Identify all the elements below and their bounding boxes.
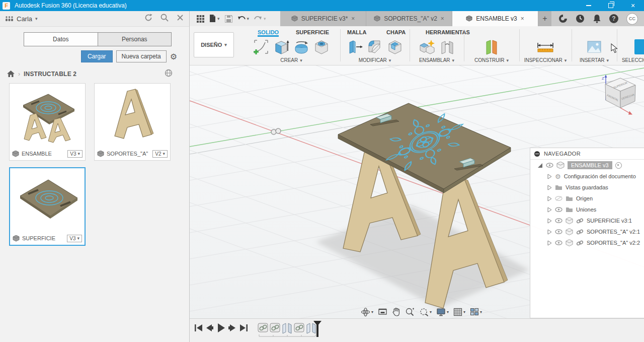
activate-component-icon[interactable] xyxy=(615,162,622,169)
visibility-eye-icon[interactable] xyxy=(555,240,562,245)
construct-plane-icon[interactable] xyxy=(482,38,501,56)
document-card-ensamble[interactable]: ENSAMBLE V3▾ xyxy=(9,83,86,161)
tree-row-saved-views[interactable]: Vistas guardadas xyxy=(530,182,644,193)
tree-row-soportes-2[interactable]: SOPORTES_"A" v2:2 xyxy=(530,237,644,248)
help-icon[interactable]: ? xyxy=(609,14,618,23)
play-button[interactable] xyxy=(218,323,225,332)
close-tab-icon[interactable]: × xyxy=(351,15,355,22)
app-grid-icon[interactable] xyxy=(197,15,204,23)
ribbon-tab-chapa[interactable]: CHAPA xyxy=(386,26,406,35)
tree-row-root[interactable]: ENSAMBLE v3 xyxy=(530,160,644,171)
breadcrumb-folder[interactable]: INSTRUCTABLE 2 xyxy=(24,71,76,78)
team-selector[interactable]: Carla ▾ xyxy=(5,15,38,23)
ribbon-tab-solido[interactable]: SOLIDO xyxy=(258,26,279,37)
group-dropdown[interactable]: SELECCIONAR▾ xyxy=(622,57,644,64)
group-dropdown[interactable]: CREAR▾ xyxy=(280,57,302,64)
timeline-feature-component-1[interactable] xyxy=(258,323,268,332)
group-dropdown[interactable]: INSPECCIONAR▾ xyxy=(524,57,567,64)
version-dropdown[interactable]: V3▾ xyxy=(67,150,83,158)
expand-arrow-icon[interactable] xyxy=(547,218,552,224)
close-tab-icon[interactable]: × xyxy=(441,15,444,22)
pan-button[interactable] xyxy=(390,307,402,316)
timeline-feature-component-2[interactable] xyxy=(270,323,280,332)
tree-row-superficie[interactable]: SUPERFICIE v3:1 xyxy=(530,215,644,226)
display-settings-button[interactable]: ▾ xyxy=(435,308,450,316)
visibility-eye-icon[interactable] xyxy=(555,229,562,234)
version-dropdown[interactable]: V3▾ xyxy=(67,235,82,242)
measure-icon[interactable] xyxy=(535,38,555,56)
shell-icon[interactable] xyxy=(386,38,404,56)
user-avatar[interactable]: CC xyxy=(626,13,638,25)
tree-row-doc-settings[interactable]: ⚙ Configuración del documento xyxy=(530,171,644,182)
visibility-hidden-eye-icon[interactable] xyxy=(555,196,562,201)
fillet-icon[interactable] xyxy=(366,38,384,56)
origin-indicator[interactable] xyxy=(271,128,281,134)
undo-button[interactable]: ▾ xyxy=(237,15,250,22)
expand-arrow-icon[interactable] xyxy=(547,174,552,179)
version-dropdown[interactable]: V2▾ xyxy=(152,150,168,158)
root-component-label[interactable]: ENSAMBLE v3 xyxy=(568,161,612,169)
revolve-icon[interactable] xyxy=(292,38,310,56)
search-icon[interactable] xyxy=(160,13,169,22)
ribbon-tab-superficie[interactable]: SUPERFICIE xyxy=(296,26,329,35)
orbit-button[interactable]: ▾ xyxy=(359,307,375,317)
zoom-button[interactable] xyxy=(404,307,416,316)
home-icon[interactable] xyxy=(7,71,15,78)
expand-arrow-icon[interactable] xyxy=(537,163,543,168)
doc-tab-superficie[interactable]: SUPERFICIE v3* × xyxy=(280,11,366,26)
group-dropdown[interactable]: ENSAMBLAR▾ xyxy=(419,57,454,64)
group-dropdown[interactable]: MODIFICAR▾ xyxy=(359,57,391,64)
notifications-bell-icon[interactable] xyxy=(593,14,601,23)
doc-tab-soportes[interactable]: SOPORTES_"A" v2 × xyxy=(366,11,452,26)
close-tab-icon[interactable]: × xyxy=(521,15,524,22)
look-at-button[interactable] xyxy=(376,308,389,316)
globe-icon[interactable] xyxy=(165,69,173,78)
select-icon[interactable] xyxy=(633,38,644,55)
create-sketch-icon[interactable] xyxy=(252,38,270,56)
group-dropdown[interactable]: CONSTRUIR▾ xyxy=(474,57,509,64)
timeline-feature-component-3[interactable] xyxy=(294,323,304,332)
visibility-eye-icon[interactable] xyxy=(546,163,553,168)
extrude-icon[interactable] xyxy=(272,38,290,56)
hole-icon[interactable] xyxy=(312,38,331,56)
joint-icon[interactable] xyxy=(439,38,456,56)
gear-icon[interactable]: ⚙ xyxy=(170,52,177,61)
visibility-eye-icon[interactable] xyxy=(555,207,562,212)
expand-arrow-icon[interactable] xyxy=(547,185,552,190)
step-forward-button[interactable] xyxy=(228,324,235,331)
tree-row-joints[interactable]: Uniones xyxy=(530,204,644,215)
tree-row-origin[interactable]: Origen xyxy=(530,193,644,204)
new-tab-button[interactable]: + xyxy=(538,11,551,26)
expand-arrow-icon[interactable] xyxy=(547,207,552,213)
press-pull-icon[interactable] xyxy=(346,38,364,56)
expand-arrow-icon[interactable] xyxy=(547,229,552,235)
timeline-playback-controls[interactable] xyxy=(195,323,248,332)
minimize-button[interactable] xyxy=(578,0,600,11)
job-status-clock-icon[interactable] xyxy=(576,14,585,23)
file-menu-button[interactable]: ▾ xyxy=(209,15,220,23)
go-to-start-button[interactable] xyxy=(195,324,202,331)
group-dropdown[interactable]: INSERTAR▾ xyxy=(580,57,609,64)
new-component-icon[interactable] xyxy=(418,38,437,56)
close-window-button[interactable]: × xyxy=(622,0,644,11)
fit-button[interactable]: ▾ xyxy=(418,307,433,316)
visibility-eye-icon[interactable] xyxy=(555,218,562,223)
ribbon-tab-malla[interactable]: MALLA xyxy=(347,26,367,35)
grid-settings-button[interactable]: ▾ xyxy=(452,308,467,316)
view-cube[interactable]: Z SUPERIOR FRONTAL DERECHA xyxy=(602,75,635,115)
save-icon[interactable] xyxy=(225,15,232,23)
expand-arrow-icon[interactable] xyxy=(547,240,552,246)
close-panel-icon[interactable] xyxy=(176,14,184,22)
redo-button[interactable]: ▾ xyxy=(254,15,266,22)
document-card-superficie[interactable]: SUPERFICIE V3▾ xyxy=(9,167,86,246)
step-back-button[interactable] xyxy=(206,324,213,331)
collapse-panel-icon[interactable] xyxy=(534,151,540,157)
timeline-feature-joint-1[interactable] xyxy=(283,323,291,333)
new-folder-button[interactable]: Nueva carpeta xyxy=(116,50,167,62)
ribbon-tab-herramientas[interactable]: HERRAMIENTAS xyxy=(426,26,470,35)
go-to-end-button[interactable] xyxy=(240,324,248,331)
timeline-feature-joint-2[interactable] xyxy=(307,323,315,333)
tree-row-soportes-1[interactable]: SOPORTES_"A" v2:1 xyxy=(530,226,644,237)
upload-button[interactable]: Cargar xyxy=(81,50,113,62)
viewports-button[interactable]: ▾ xyxy=(468,308,484,316)
